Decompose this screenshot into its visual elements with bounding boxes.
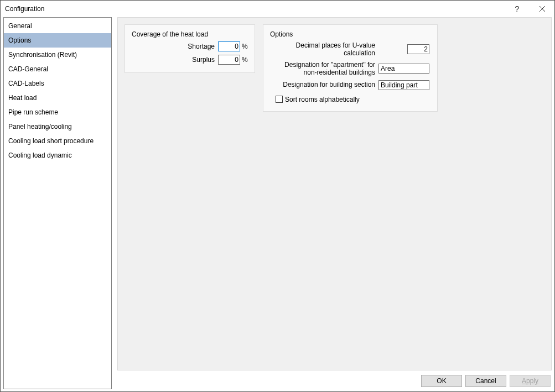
sidebar-item-label: Cooling load dynamic [8, 151, 72, 159]
sidebar-item-heat-load[interactable]: Heat load [4, 91, 111, 105]
sidebar-item-cooling-dynamic[interactable]: Cooling load dynamic [4, 148, 111, 163]
sidebar-item-panel-heating[interactable]: Panel heating/cooling [4, 119, 111, 134]
sidebar-item-label: Cooling load short procedure [8, 137, 94, 145]
surplus-row: Surplus % [132, 55, 248, 65]
main-panel: Coverage of the heat load Shortage % Sur… [117, 17, 552, 389]
sidebar-item-sync-revit[interactable]: Synchronisation (Revit) [4, 48, 111, 62]
ok-button[interactable]: OK [421, 375, 462, 387]
dialog-body: General Options Synchronisation (Revit) … [1, 17, 554, 391]
decimal-input[interactable] [407, 44, 429, 54]
close-icon [540, 6, 545, 12]
shortage-input[interactable] [218, 41, 240, 51]
config-dialog: Configuration ? General Options Synchron… [0, 0, 555, 392]
surplus-unit: % [240, 56, 248, 64]
section-label: Designation for building section [270, 81, 378, 88]
section-row: Designation for building section [270, 80, 430, 90]
coverage-legend: Coverage of the heat load [132, 30, 248, 38]
apartment-label: Designation for "apartment" for non-resi… [270, 61, 378, 77]
titlebar: Configuration ? [1, 1, 554, 17]
sidebar-item-label: Synchronisation (Revit) [8, 51, 77, 59]
shortage-label: Shortage [132, 43, 218, 50]
sidebar-item-label: General [8, 22, 32, 30]
surplus-label: Surplus [132, 56, 218, 64]
decimal-row: Decimal places for U-value calculation [270, 41, 430, 58]
cancel-button[interactable]: Cancel [465, 375, 506, 387]
help-button[interactable]: ? [505, 1, 530, 17]
decimal-label: Decimal places for U-value calculation [270, 41, 378, 58]
sidebar-item-label: CAD-General [8, 65, 48, 73]
sidebar-item-label: CAD-Labels [8, 80, 44, 87]
shortage-row: Shortage % [132, 41, 248, 51]
sidebar-item-cad-labels[interactable]: CAD-Labels [4, 76, 111, 91]
window-title: Configuration [5, 5, 44, 13]
apply-button[interactable]: Apply [510, 375, 551, 387]
sidebar-item-label: Panel heating/cooling [8, 123, 72, 130]
sidebar-item-cad-general[interactable]: CAD-General [4, 62, 111, 76]
coverage-groupbox: Coverage of the heat load Shortage % Sur… [125, 24, 255, 73]
sidebar-item-options[interactable]: Options [4, 33, 111, 48]
sidebar-item-label: Pipe run scheme [8, 108, 58, 116]
sort-row[interactable]: Sort rooms alphabetically [270, 96, 430, 103]
shortage-unit: % [240, 43, 248, 50]
apartment-row: Designation for "apartment" for non-resi… [270, 61, 430, 77]
apartment-input[interactable] [378, 64, 429, 74]
surplus-input[interactable] [218, 55, 240, 65]
sidebar-item-cooling-short[interactable]: Cooling load short procedure [4, 134, 111, 148]
sidebar-item-pipe-run[interactable]: Pipe run scheme [4, 105, 111, 119]
options-groupbox: Options Decimal places for U-value calcu… [263, 24, 438, 112]
sort-label: Sort rooms alphabetically [285, 96, 360, 103]
content-area: Coverage of the heat load Shortage % Sur… [117, 17, 552, 370]
category-sidebar: General Options Synchronisation (Revit) … [3, 17, 112, 389]
sidebar-item-label: Options [8, 36, 31, 44]
sidebar-item-general[interactable]: General [4, 19, 111, 33]
help-icon: ? [515, 4, 520, 13]
section-input[interactable] [378, 80, 429, 90]
footer: OK Cancel Apply [117, 370, 552, 389]
options-legend: Options [270, 30, 430, 38]
close-button[interactable] [530, 1, 554, 17]
sidebar-item-label: Heat load [8, 94, 37, 102]
sort-checkbox[interactable] [276, 96, 283, 103]
